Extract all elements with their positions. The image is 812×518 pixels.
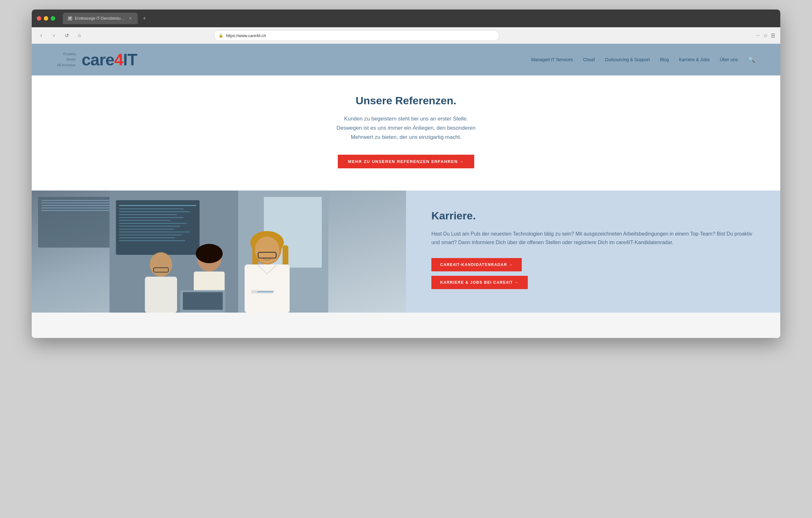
maximize-button[interactable] [51, 16, 55, 21]
karriere-jobs-button[interactable]: KARRIERE & JOBS BEI CARE4IT → [431, 276, 528, 289]
office-workers-illustration [32, 190, 406, 312]
svg-rect-15 [119, 238, 175, 238]
svg-rect-8 [119, 217, 184, 218]
svg-rect-7 [119, 214, 177, 215]
referenzen-text-line2: Deswegen ist es uns immer ein Anliegen, … [337, 125, 476, 131]
footer-section [32, 312, 780, 338]
tab-label: Erstklassige IT-Dienstleistunge... [75, 16, 125, 21]
svg-rect-6 [119, 211, 190, 212]
new-tab-button[interactable]: + [143, 15, 146, 22]
svg-rect-11 [119, 226, 180, 226]
svg-rect-19 [145, 276, 177, 312]
browser-content: Proaktiv. Smart. All Inclusive. care4IT … [32, 44, 780, 338]
karriere-section: Karriere. Hast Du Lust am Puls der neues… [32, 190, 780, 312]
referenzen-text-line1: Kunden zu begeistern steht bei uns an er… [344, 116, 468, 122]
kandidatenradar-button[interactable]: CARE4IT-KANDIDATENRADAR → [431, 258, 522, 271]
more-icon[interactable]: ··· [756, 33, 760, 38]
svg-rect-31 [244, 264, 290, 312]
referenzen-cta-button[interactable]: MEHR ZU UNSEREN REFERENZEN ERFAHREN → [338, 155, 474, 168]
karriere-image [32, 190, 406, 312]
nav-item-karriere[interactable]: Karriere & Jobs [679, 57, 709, 62]
svg-rect-14 [119, 235, 182, 235]
logo-4: 4 [114, 51, 123, 69]
svg-rect-12 [119, 228, 174, 229]
browser-window: IT Erstklassige IT-Dienstleistunge... ✕ … [32, 9, 780, 338]
home-button[interactable]: ⌂ [75, 31, 84, 40]
svg-rect-24 [183, 292, 223, 310]
search-icon[interactable]: 🔍 [748, 56, 755, 63]
svg-rect-4 [119, 205, 196, 206]
url-text: https://www.care4it.ch [226, 33, 266, 38]
svg-rect-5 [119, 208, 184, 209]
forward-button[interactable]: › [50, 31, 58, 40]
minimize-button[interactable] [44, 16, 48, 21]
site-navigation: Proaktiv. Smart. All Inclusive. care4IT … [32, 44, 780, 75]
logo-care: care [82, 51, 114, 69]
svg-point-21 [196, 244, 223, 263]
site-logo[interactable]: care4IT [82, 50, 137, 69]
svg-point-17 [150, 252, 172, 276]
karriere-title: Karriere. [431, 210, 755, 222]
karriere-content: Karriere. Hast Du Lust am Puls der neues… [406, 190, 780, 312]
referenzen-text: Kunden zu begeistern steht bei uns an er… [311, 115, 501, 142]
tab-close-icon[interactable]: ✕ [128, 16, 133, 21]
close-button[interactable] [37, 16, 41, 21]
nav-menu: Managed IT Services Cloud Outsourcing & … [531, 56, 755, 63]
back-button[interactable]: ‹ [37, 31, 46, 40]
svg-point-29 [255, 237, 280, 264]
nav-item-managed-it[interactable]: Managed IT Services [531, 57, 573, 62]
logo-tagline: Proaktiv. Smart. All Inclusive. [57, 51, 77, 68]
referenzen-title: Unsere Referenzen. [45, 94, 767, 107]
referenzen-section: Unsere Referenzen. Kunden zu begeistern … [32, 75, 780, 190]
titlebar: IT Erstklassige IT-Dienstleistunge... ✕ … [32, 9, 780, 27]
logo-area: Proaktiv. Smart. All Inclusive. care4IT [57, 50, 137, 69]
svg-rect-13 [119, 232, 190, 232]
nav-item-outsourcing[interactable]: Outsourcing & Support [605, 57, 650, 62]
nav-item-blog[interactable]: Blog [660, 57, 669, 62]
security-icon: 🔒 [219, 33, 223, 38]
karriere-text: Hast Du Lust am Puls der neuesten Techno… [431, 230, 755, 247]
referenzen-text-line3: Mehrwert zu bieten, der uns einzigartig … [351, 134, 462, 140]
svg-rect-9 [119, 220, 171, 221]
browser-tab[interactable]: IT Erstklassige IT-Dienstleistunge... ✕ [63, 13, 138, 24]
nav-item-ueber-uns[interactable]: Über uns [720, 57, 738, 62]
tab-favicon: IT [68, 16, 72, 21]
reload-button[interactable]: ↺ [62, 31, 71, 40]
forward-icon: › [53, 33, 55, 38]
svg-rect-3 [116, 200, 200, 254]
back-icon: ‹ [40, 33, 42, 38]
logo-it: IT [123, 51, 137, 69]
browser-toolbar: ‹ › ↺ ⌂ 🔒 https://www.care4it.ch ··· ☆ ☰ [32, 27, 780, 44]
bookmark-icon[interactable]: ☆ [763, 33, 767, 39]
traffic-lights [37, 16, 55, 21]
website: Proaktiv. Smart. All Inclusive. care4IT … [32, 44, 780, 338]
toolbar-right: ··· ☆ ☰ [756, 33, 775, 39]
svg-rect-10 [119, 223, 187, 223]
address-bar[interactable]: 🔒 https://www.care4it.ch [214, 30, 499, 41]
home-icon: ⌂ [78, 33, 81, 38]
menu-icon[interactable]: ☰ [771, 33, 775, 39]
svg-rect-16 [119, 240, 185, 241]
reload-icon: ↺ [65, 33, 69, 39]
nav-item-cloud[interactable]: Cloud [583, 57, 595, 62]
